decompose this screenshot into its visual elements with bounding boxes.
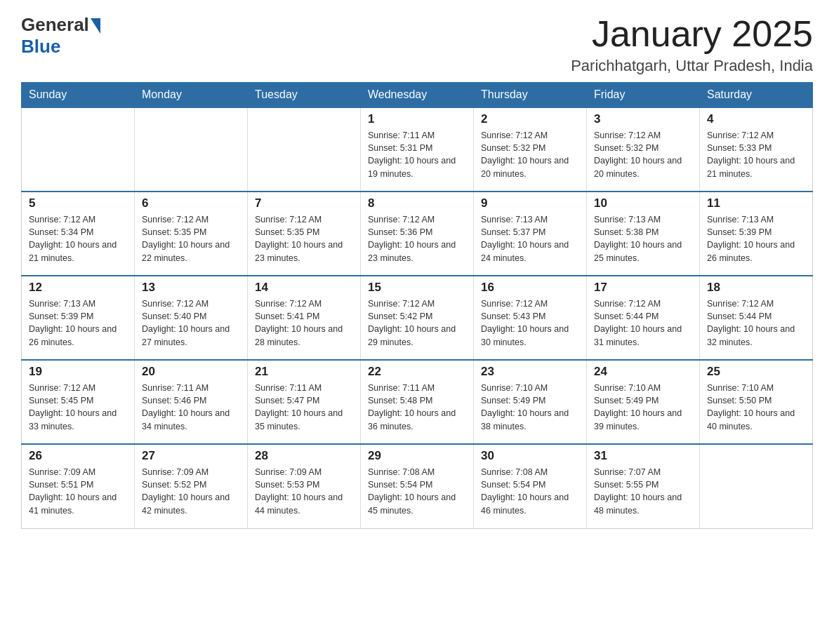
day-info: Sunrise: 7:11 AM Sunset: 5:31 PM Dayligh… (368, 129, 466, 180)
day-info: Sunrise: 7:12 AM Sunset: 5:42 PM Dayligh… (368, 297, 466, 349)
day-number: 13 (142, 281, 240, 295)
day-info: Sunrise: 7:13 AM Sunset: 5:38 PM Dayligh… (594, 213, 692, 264)
day-info: Sunrise: 7:11 AM Sunset: 5:48 PM Dayligh… (368, 382, 466, 433)
day-number: 31 (594, 449, 692, 463)
calendar-cell: 7Sunrise: 7:12 AM Sunset: 5:35 PM Daylig… (248, 192, 361, 276)
day-number: 19 (29, 365, 127, 379)
calendar-cell: 12Sunrise: 7:13 AM Sunset: 5:39 PM Dayli… (22, 276, 135, 360)
day-info: Sunrise: 7:12 AM Sunset: 5:33 PM Dayligh… (707, 129, 805, 180)
day-number: 17 (594, 281, 692, 295)
weekday-header-row: SundayMondayTuesdayWednesdayThursdayFrid… (22, 83, 813, 108)
weekday-header-thursday: Thursday (474, 83, 587, 108)
day-number: 2 (481, 112, 579, 126)
calendar-cell: 5Sunrise: 7:12 AM Sunset: 5:34 PM Daylig… (22, 192, 135, 276)
day-info: Sunrise: 7:10 AM Sunset: 5:50 PM Dayligh… (707, 382, 805, 433)
day-info: Sunrise: 7:07 AM Sunset: 5:55 PM Dayligh… (594, 466, 692, 517)
calendar-cell: 29Sunrise: 7:08 AM Sunset: 5:54 PM Dayli… (361, 444, 474, 528)
day-info: Sunrise: 7:09 AM Sunset: 5:53 PM Dayligh… (255, 466, 353, 517)
calendar-cell: 11Sunrise: 7:13 AM Sunset: 5:39 PM Dayli… (700, 192, 813, 276)
calendar-cell: 3Sunrise: 7:12 AM Sunset: 5:32 PM Daylig… (587, 107, 700, 192)
day-info: Sunrise: 7:12 AM Sunset: 5:44 PM Dayligh… (594, 297, 692, 349)
calendar-cell (248, 107, 361, 192)
calendar-cell (22, 107, 135, 192)
day-info: Sunrise: 7:12 AM Sunset: 5:45 PM Dayligh… (29, 382, 127, 433)
calendar-cell: 16Sunrise: 7:12 AM Sunset: 5:43 PM Dayli… (474, 276, 587, 360)
day-info: Sunrise: 7:09 AM Sunset: 5:51 PM Dayligh… (29, 466, 127, 517)
calendar-cell: 24Sunrise: 7:10 AM Sunset: 5:49 PM Dayli… (587, 360, 700, 444)
day-info: Sunrise: 7:11 AM Sunset: 5:47 PM Dayligh… (255, 382, 353, 433)
day-info: Sunrise: 7:12 AM Sunset: 5:41 PM Dayligh… (255, 297, 353, 349)
day-number: 18 (707, 281, 805, 295)
calendar-cell: 9Sunrise: 7:13 AM Sunset: 5:37 PM Daylig… (474, 192, 587, 276)
logo-triangle-icon (91, 18, 100, 34)
calendar-subtitle: Parichhatgarh, Uttar Pradesh, India (571, 57, 813, 75)
day-info: Sunrise: 7:10 AM Sunset: 5:49 PM Dayligh… (481, 382, 579, 433)
calendar-cell: 20Sunrise: 7:11 AM Sunset: 5:46 PM Dayli… (135, 360, 248, 444)
calendar-cell: 26Sunrise: 7:09 AM Sunset: 5:51 PM Dayli… (22, 444, 135, 528)
calendar-table: SundayMondayTuesdayWednesdayThursdayFrid… (21, 82, 813, 529)
calendar-cell: 30Sunrise: 7:08 AM Sunset: 5:54 PM Dayli… (474, 444, 587, 528)
calendar-cell: 1Sunrise: 7:11 AM Sunset: 5:31 PM Daylig… (361, 107, 474, 192)
day-number: 29 (368, 449, 466, 463)
day-info: Sunrise: 7:12 AM Sunset: 5:32 PM Dayligh… (594, 129, 692, 180)
day-number: 28 (255, 449, 353, 463)
calendar-cell (135, 107, 248, 192)
calendar-cell: 14Sunrise: 7:12 AM Sunset: 5:41 PM Dayli… (248, 276, 361, 360)
calendar-week-row: 19Sunrise: 7:12 AM Sunset: 5:45 PM Dayli… (22, 360, 813, 444)
day-info: Sunrise: 7:13 AM Sunset: 5:39 PM Dayligh… (707, 213, 805, 264)
day-info: Sunrise: 7:12 AM Sunset: 5:34 PM Dayligh… (29, 213, 127, 264)
calendar-cell: 13Sunrise: 7:12 AM Sunset: 5:40 PM Dayli… (135, 276, 248, 360)
day-number: 1 (368, 112, 466, 126)
day-info: Sunrise: 7:13 AM Sunset: 5:39 PM Dayligh… (29, 297, 127, 349)
day-number: 23 (481, 365, 579, 379)
day-number: 20 (142, 365, 240, 379)
calendar-cell: 25Sunrise: 7:10 AM Sunset: 5:50 PM Dayli… (700, 360, 813, 444)
day-number: 8 (368, 196, 466, 210)
day-info: Sunrise: 7:12 AM Sunset: 5:35 PM Dayligh… (255, 213, 353, 264)
day-info: Sunrise: 7:12 AM Sunset: 5:43 PM Dayligh… (481, 297, 579, 349)
day-number: 14 (255, 281, 353, 295)
day-info: Sunrise: 7:09 AM Sunset: 5:52 PM Dayligh… (142, 466, 240, 517)
calendar-week-row: 12Sunrise: 7:13 AM Sunset: 5:39 PM Dayli… (22, 276, 813, 360)
calendar-cell: 21Sunrise: 7:11 AM Sunset: 5:47 PM Dayli… (248, 360, 361, 444)
weekday-header-friday: Friday (587, 83, 700, 108)
calendar-cell: 17Sunrise: 7:12 AM Sunset: 5:44 PM Dayli… (587, 276, 700, 360)
day-number: 21 (255, 365, 353, 379)
day-number: 5 (29, 196, 127, 210)
day-info: Sunrise: 7:12 AM Sunset: 5:35 PM Dayligh… (142, 213, 240, 264)
calendar-cell: 15Sunrise: 7:12 AM Sunset: 5:42 PM Dayli… (361, 276, 474, 360)
weekday-header-sunday: Sunday (22, 83, 135, 108)
day-number: 25 (707, 365, 805, 379)
title-block: January 2025 Parichhatgarh, Uttar Prades… (571, 14, 813, 75)
calendar-cell: 4Sunrise: 7:12 AM Sunset: 5:33 PM Daylig… (700, 107, 813, 192)
weekday-header-monday: Monday (135, 83, 248, 108)
day-info: Sunrise: 7:08 AM Sunset: 5:54 PM Dayligh… (481, 466, 579, 517)
day-info: Sunrise: 7:10 AM Sunset: 5:49 PM Dayligh… (594, 382, 692, 433)
calendar-cell: 31Sunrise: 7:07 AM Sunset: 5:55 PM Dayli… (587, 444, 700, 528)
logo-general: General (21, 14, 89, 36)
day-number: 12 (29, 281, 127, 295)
day-number: 11 (707, 196, 805, 210)
day-number: 26 (29, 449, 127, 463)
day-info: Sunrise: 7:12 AM Sunset: 5:44 PM Dayligh… (707, 297, 805, 349)
day-number: 30 (481, 449, 579, 463)
logo: General Blue (21, 14, 100, 58)
calendar-title: January 2025 (571, 14, 813, 54)
calendar-week-row: 5Sunrise: 7:12 AM Sunset: 5:34 PM Daylig… (22, 192, 813, 276)
day-number: 7 (255, 196, 353, 210)
day-info: Sunrise: 7:12 AM Sunset: 5:36 PM Dayligh… (368, 213, 466, 264)
day-number: 10 (594, 196, 692, 210)
weekday-header-saturday: Saturday (700, 83, 813, 108)
calendar-cell: 8Sunrise: 7:12 AM Sunset: 5:36 PM Daylig… (361, 192, 474, 276)
calendar-cell: 23Sunrise: 7:10 AM Sunset: 5:49 PM Dayli… (474, 360, 587, 444)
day-info: Sunrise: 7:08 AM Sunset: 5:54 PM Dayligh… (368, 466, 466, 517)
day-number: 4 (707, 112, 805, 126)
calendar-cell: 6Sunrise: 7:12 AM Sunset: 5:35 PM Daylig… (135, 192, 248, 276)
day-info: Sunrise: 7:11 AM Sunset: 5:46 PM Dayligh… (142, 382, 240, 433)
calendar-week-row: 1Sunrise: 7:11 AM Sunset: 5:31 PM Daylig… (22, 107, 813, 192)
calendar-cell: 10Sunrise: 7:13 AM Sunset: 5:38 PM Dayli… (587, 192, 700, 276)
calendar-cell: 22Sunrise: 7:11 AM Sunset: 5:48 PM Dayli… (361, 360, 474, 444)
day-number: 16 (481, 281, 579, 295)
calendar-cell: 19Sunrise: 7:12 AM Sunset: 5:45 PM Dayli… (22, 360, 135, 444)
calendar-cell (700, 444, 813, 528)
